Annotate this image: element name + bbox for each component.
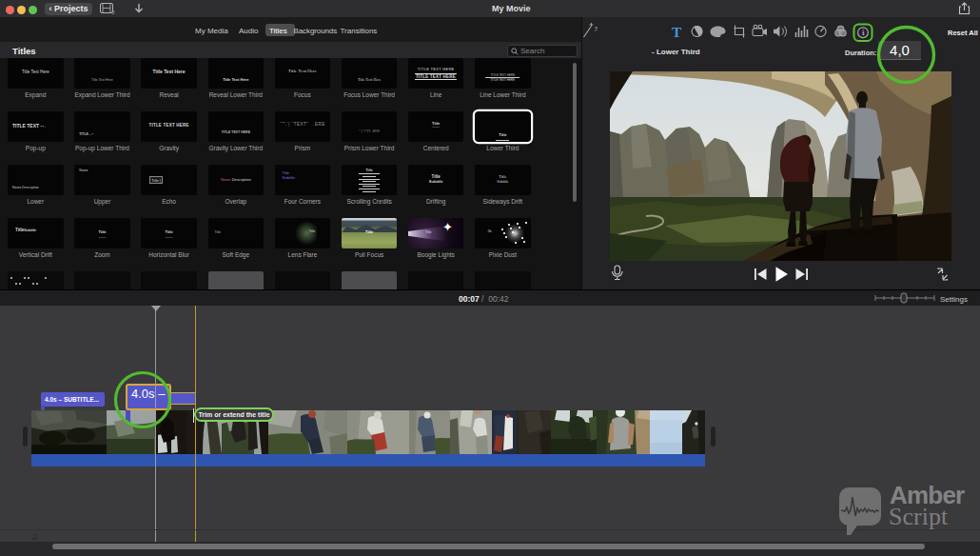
- svg-text:♪: ♪: [112, 9, 116, 15]
- svg-text:T: T: [672, 24, 682, 40]
- svg-text:i: i: [862, 28, 865, 37]
